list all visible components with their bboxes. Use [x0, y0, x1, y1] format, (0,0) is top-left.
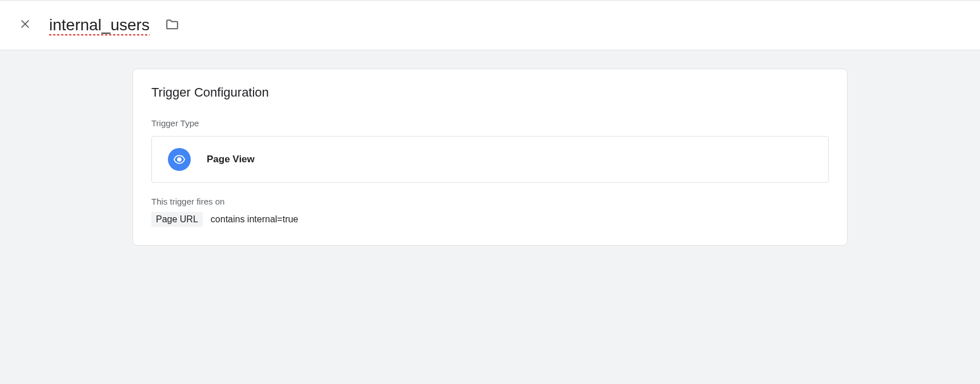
- content-area: Trigger Configuration Trigger Type Page …: [0, 50, 980, 264]
- svg-point-2: [178, 158, 181, 161]
- condition-expression: contains internal=true: [211, 214, 298, 225]
- trigger-type-label: Trigger Type: [151, 118, 829, 128]
- folder-icon: [165, 17, 179, 34]
- folder-button[interactable]: [161, 14, 184, 37]
- fires-on-label: This trigger fires on: [151, 197, 829, 206]
- trigger-type-row[interactable]: Page View: [151, 136, 829, 183]
- trigger-type-name: Page View: [207, 154, 255, 165]
- editor-header: internal_users: [0, 0, 980, 50]
- title-area[interactable]: internal_users: [49, 14, 184, 37]
- card-title: Trigger Configuration: [151, 85, 829, 100]
- trigger-config-card: Trigger Configuration Trigger Type Page …: [132, 69, 848, 246]
- condition-variable: Page URL: [151, 212, 203, 227]
- trigger-title[interactable]: internal_users: [49, 16, 150, 34]
- condition-row: Page URL contains internal=true: [151, 212, 829, 227]
- close-button[interactable]: [11, 11, 39, 39]
- close-icon: [19, 18, 31, 32]
- page-view-icon: [168, 148, 191, 171]
